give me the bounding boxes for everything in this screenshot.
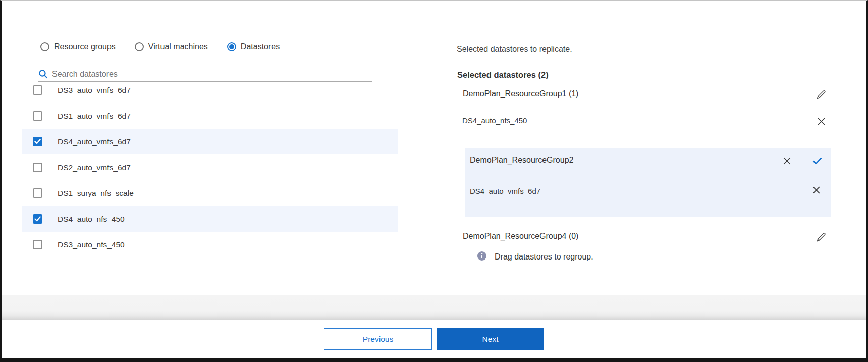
datastore-name: DS3_auto_vmfs_6d7 bbox=[58, 86, 131, 95]
checkbox-unchecked-icon[interactable] bbox=[33, 111, 42, 121]
checkbox-unchecked-icon[interactable] bbox=[33, 188, 42, 198]
panel-description: Selected datastores to replicate. bbox=[457, 45, 572, 54]
resource-group-2-edit-box: DS4_auto_vmfs_6d7 bbox=[465, 148, 831, 217]
replication-wizard-page: Resource groups Virtual machines Datasto… bbox=[0, 0, 868, 362]
radio-circle-icon bbox=[227, 42, 236, 51]
next-button[interactable]: Next bbox=[437, 328, 544, 350]
checkbox-checked-icon[interactable] bbox=[33, 214, 42, 224]
radio-resource-groups[interactable]: Resource groups bbox=[40, 42, 116, 51]
cancel-edit-x-icon[interactable] bbox=[783, 157, 791, 165]
datastore-row[interactable]: DS2_auto_vmfs_6d7 bbox=[22, 154, 398, 180]
resource-group-1-datastore-row: DS4_auto_nfs_450 bbox=[433, 115, 855, 128]
remove-datastore-x-icon[interactable] bbox=[815, 115, 827, 127]
datastore-row[interactable]: DS3_auto_nfs_450 bbox=[22, 232, 398, 257]
remove-datastore-x-icon[interactable] bbox=[812, 186, 821, 194]
datastore-row[interactable]: DS1_auto_vmfs_6d7 bbox=[22, 103, 398, 129]
selection-mode-radio-group: Resource groups Virtual machines Datasto… bbox=[40, 42, 280, 51]
radio-label: Virtual machines bbox=[148, 42, 208, 51]
radio-label: Resource groups bbox=[54, 42, 116, 51]
checkbox-unchecked-icon[interactable] bbox=[33, 85, 42, 95]
datastore-name: DS1_surya_nfs_scale bbox=[58, 189, 134, 198]
datastore-name: DS2_auto_vmfs_6d7 bbox=[58, 163, 131, 172]
checkbox-checked-icon[interactable] bbox=[33, 137, 42, 146]
selected-datastores-heading: Selected datastores (2) bbox=[457, 70, 549, 80]
radio-circle-icon bbox=[40, 42, 49, 51]
datastore-row-selected[interactable]: DS4_auto_vmfs_6d7 bbox=[22, 129, 398, 154]
previous-button[interactable]: Previous bbox=[324, 328, 432, 350]
info-row: Drag datastores to regroup. bbox=[477, 251, 593, 262]
grouped-datastore-name: DS4_auto_nfs_450 bbox=[462, 116, 527, 125]
datastore-name: DS3_auto_nfs_450 bbox=[58, 240, 125, 249]
radio-label: Datastores bbox=[241, 42, 280, 51]
checkbox-unchecked-icon[interactable] bbox=[33, 163, 42, 172]
radio-virtual-machines[interactable]: Virtual machines bbox=[135, 42, 208, 51]
info-row-clip: Drag datastores to regroup. bbox=[433, 237, 855, 262]
radio-circle-icon bbox=[135, 42, 144, 51]
selected-datastores-panel: Selected datastores to replicate. Select… bbox=[433, 16, 855, 295]
card-footer-shadow-band bbox=[2, 295, 866, 320]
group-name-edit-row bbox=[465, 148, 831, 177]
grouped-datastore-name: DS4_auto_vmfs_6d7 bbox=[470, 187, 540, 195]
window-bottom-edge bbox=[2, 358, 866, 362]
resource-group-2-datastore-row: DS4_auto_vmfs_6d7 bbox=[465, 177, 831, 206]
wizard-navigation: Previous Next bbox=[2, 328, 866, 350]
edit-pencil-icon[interactable] bbox=[815, 89, 827, 101]
datastore-name: DS4_auto_vmfs_6d7 bbox=[58, 137, 131, 146]
checkbox-unchecked-icon[interactable] bbox=[33, 240, 42, 249]
info-icon bbox=[477, 251, 486, 261]
datastore-list: DS3_auto_vmfs_6d7 DS1_auto_vmfs_6d7 DS4_… bbox=[17, 77, 433, 257]
info-text: Drag datastores to regroup. bbox=[495, 251, 593, 262]
resource-group-1-row: DemoPlan_ResourceGroup1 (1) bbox=[433, 88, 855, 101]
datastore-selection-card: Resource groups Virtual machines Datasto… bbox=[17, 16, 855, 295]
datastore-name: DS4_auto_nfs_450 bbox=[58, 215, 125, 224]
datastore-name: DS1_auto_vmfs_6d7 bbox=[58, 112, 131, 121]
radio-datastores[interactable]: Datastores bbox=[227, 42, 280, 51]
datastore-row-selected[interactable]: DS4_auto_nfs_450 bbox=[22, 206, 398, 232]
group-name-input[interactable] bbox=[470, 156, 717, 165]
datastore-row[interactable]: DS3_auto_vmfs_6d7 bbox=[22, 77, 398, 103]
confirm-edit-check-icon[interactable] bbox=[812, 157, 822, 165]
resource-group-name: DemoPlan_ResourceGroup1 (1) bbox=[463, 89, 578, 98]
datastore-row[interactable]: DS1_surya_nfs_scale bbox=[22, 180, 398, 206]
source-selection-panel: Resource groups Virtual machines Datasto… bbox=[17, 16, 433, 295]
